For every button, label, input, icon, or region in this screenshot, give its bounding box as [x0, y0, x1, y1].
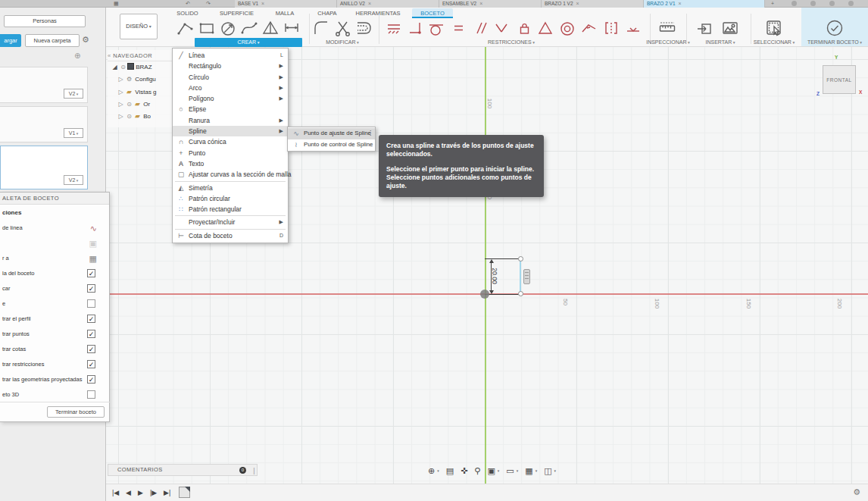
menu-item-ajustar-curvas-malla[interactable]: ▢ Ajustar curvas a la sección de malla	[173, 169, 288, 180]
palette-row-lookat[interactable]: ▣	[0, 236, 110, 250]
linetype-icon[interactable]: ∿	[90, 221, 97, 235]
submenu-item-fit-point-spline[interactable]: ∿ Punto de ajuste de Spline ⋮	[288, 128, 375, 139]
dimension-value[interactable]: 20.00	[491, 268, 498, 283]
insert-derive-icon[interactable]	[696, 19, 714, 37]
measure-ruler-icon[interactable]	[658, 19, 676, 37]
redo-icon[interactable]: ↷	[206, 0, 211, 8]
checkbox[interactable]: ✓	[87, 375, 95, 384]
trim-scissors-icon[interactable]	[333, 19, 351, 37]
timeline-step-forward-button[interactable]: |▶	[150, 489, 157, 496]
tab-boceto-active[interactable]: BOCETO	[412, 8, 453, 18]
file-card[interactable]: V1	[0, 106, 88, 142]
crear-group-dropdown[interactable]: CREAR	[195, 38, 302, 47]
viewcube[interactable]: FRONTAL	[823, 65, 856, 94]
globe-icon[interactable]: ⊕	[74, 52, 80, 60]
personas-button[interactable]: Personas	[4, 15, 86, 27]
dimension-drag-tag[interactable]	[523, 269, 530, 284]
constraint-curvature-icon[interactable]	[579, 19, 598, 37]
palette-row-3d-sketch[interactable]: eto 3D	[0, 388, 110, 402]
file-card-selected[interactable]: V2	[0, 146, 88, 189]
palette-row-show-projected[interactable]: trar las geometrías proyectadas ✓	[0, 373, 110, 387]
eye-icon[interactable]: ⊙	[125, 111, 133, 122]
close-icon[interactable]: ×	[576, 1, 579, 6]
rectangle-tool-icon[interactable]	[198, 19, 216, 37]
constraint-midpoint-icon[interactable]	[624, 19, 642, 37]
orbit-icon[interactable]: ⊕	[428, 466, 435, 476]
eye-icon[interactable]: ⊙	[125, 99, 133, 110]
menu-item-arco[interactable]: Arco ▶	[173, 83, 288, 93]
timeline-sketch-feature[interactable]	[179, 487, 190, 498]
version-badge[interactable]: V2	[64, 175, 83, 185]
new-folder-button[interactable]: Nueva carpeta	[25, 34, 80, 47]
doc-tab-anillo[interactable]: ANILLO V2×	[337, 0, 439, 8]
menu-item-curva-conica[interactable]: ∩ Curva cónica	[173, 136, 288, 147]
menu-item-poligono[interactable]: Polígono ▶	[173, 93, 288, 104]
palette-row-slice[interactable]: e	[0, 297, 110, 311]
snap-grid-icon[interactable]: ▦	[89, 252, 97, 265]
constraint-perpendicular-icon[interactable]	[492, 19, 510, 37]
look-at-icon[interactable]: ▤	[446, 466, 454, 476]
insertar-group-dropdown[interactable]: INSERTAR	[694, 38, 747, 47]
expand-icon[interactable]: ▷	[117, 99, 125, 110]
terminar-boceto-dropdown[interactable]: TERMINAR BOCETO	[801, 38, 868, 47]
menu-item-spline[interactable]: Spline ▶	[173, 126, 288, 136]
grid-settings-icon[interactable]: ▦	[525, 466, 532, 476]
fit-icon[interactable]: ▣	[487, 466, 495, 476]
menu-item-cota-de-boceto[interactable]: ⊢ Cota de boceto D	[173, 230, 288, 241]
seleccionar-group-dropdown[interactable]: SELECCIONAR	[742, 38, 806, 47]
checkbox[interactable]: ✓	[87, 330, 95, 338]
checkbox[interactable]: ✓	[87, 360, 95, 368]
menu-item-patron-circular[interactable]: ∴ Patrón circular	[173, 193, 288, 204]
help-icon[interactable]	[848, 1, 854, 6]
timeline-play-button[interactable]: ▶	[138, 489, 143, 496]
restricciones-group-dropdown[interactable]: RESTRICCIONES	[470, 38, 553, 47]
design-workspace-dropdown[interactable]: DISEÑO	[120, 14, 158, 39]
menu-item-linea[interactable]: ╱ Línea L	[173, 50, 288, 61]
menu-item-ranura[interactable]: Ranura ▶	[173, 115, 288, 126]
branch-icon[interactable]: ◢	[111, 61, 119, 74]
eye-icon[interactable]: ⊙	[119, 61, 127, 74]
menu-item-proyectar-incluir[interactable]: Proyectar/Incluir ▶	[173, 217, 288, 227]
sketch-palette-header[interactable]: ALETA DE BOCETO	[0, 193, 109, 205]
chevron-down-icon[interactable]: ▾	[437, 468, 439, 473]
modificar-group-dropdown[interactable]: MODIFICAR	[312, 38, 373, 47]
doc-tab-ensamble[interactable]: ENSAMBLE V2×	[439, 0, 542, 8]
checkbox[interactable]	[87, 390, 95, 399]
constraint-equal-icon[interactable]	[449, 19, 467, 37]
user-avatar[interactable]	[829, 1, 835, 6]
constraint-horizontal-vertical-icon[interactable]	[385, 19, 403, 37]
viewports-icon[interactable]: ◫	[544, 466, 551, 476]
expand-icon[interactable]: ▷	[117, 111, 125, 122]
palette-row-snap[interactable]: r a ▦	[0, 252, 110, 265]
chevron-down-icon[interactable]: ▾	[535, 468, 538, 473]
line-tool-icon[interactable]	[176, 19, 195, 37]
menu-item-circulo[interactable]: Círculo ▶	[173, 72, 288, 83]
checkbox[interactable]	[87, 299, 95, 308]
expand-icon[interactable]: ▷	[117, 86, 125, 98]
fillet-tool-icon[interactable]	[312, 19, 330, 37]
menu-item-patron-rectangular[interactable]: ∷ Patrón rectangular	[173, 204, 288, 214]
menu-item-rectangulo[interactable]: Rectángulo ▶	[173, 61, 288, 71]
zoom-icon[interactable]: ⚲	[474, 466, 480, 476]
display-settings-icon[interactable]: ▭	[506, 466, 514, 476]
inspeccionar-group-dropdown[interactable]: INSPECCIONAR	[636, 38, 700, 47]
chevron-down-icon[interactable]: ▾	[517, 468, 519, 473]
checkbox[interactable]: ✓	[87, 284, 95, 293]
app-grid-icon[interactable]: ▦	[114, 0, 119, 8]
close-icon[interactable]: ×	[368, 1, 371, 6]
insert-image-icon[interactable]	[721, 19, 739, 37]
constraint-parallel-icon[interactable]	[471, 19, 489, 37]
sketch-point-handle[interactable]	[518, 291, 523, 296]
menu-item-punto[interactable]: + Punto	[173, 148, 288, 158]
menu-item-elipse[interactable]: ○ Elipse	[173, 104, 288, 114]
comments-bar[interactable]: COMENTARIOS 0 |	[108, 464, 258, 476]
finish-sketch-check-icon[interactable]	[826, 19, 844, 37]
palette-row-show-dimensions[interactable]: trar cotas ✓	[0, 343, 110, 356]
chevron-down-icon[interactable]: ▾	[498, 468, 500, 473]
gear-icon[interactable]: ⚙	[82, 35, 89, 45]
palette-row-sketch-grid[interactable]: la del boceto ✓	[0, 267, 110, 280]
upload-button[interactable]: argar	[0, 34, 21, 47]
undo-icon[interactable]: ↶	[186, 0, 190, 8]
constraint-coincident-icon[interactable]	[406, 19, 424, 37]
palette-row-show-constraints[interactable]: trar restricciones ✓	[0, 358, 110, 371]
